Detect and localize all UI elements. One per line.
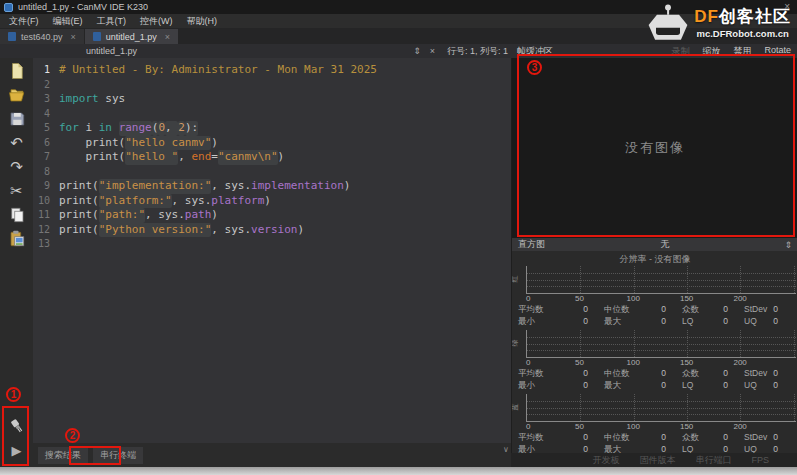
canmv-ide-window: untitled_1.py - CanMV IDE K230 × 文件(F)编辑…: [0, 0, 797, 475]
code-token: "platform:": [99, 194, 172, 209]
annotation-box-connect-run: [2, 406, 29, 466]
stat-StDev: StDev0: [744, 304, 794, 315]
menu-item-0[interactable]: 文件(F): [2, 15, 46, 28]
code-token: ): [211, 208, 218, 223]
histogram-channel-1: 绿050100150200平均数0中位数0众数0StDev0最小0最大0LQ0U…: [512, 328, 797, 392]
code-token: end: [191, 150, 211, 165]
status-bar: 开发板固件版本串行端口FPS: [511, 453, 797, 467]
histogram-mode-select[interactable]: 无: [545, 238, 784, 251]
stat-平均数: 平均数0: [518, 432, 604, 443]
stat-StDev: StDev0: [744, 368, 794, 379]
x-tick-label: 150: [680, 358, 693, 367]
stat-LQ: LQ0: [682, 380, 744, 391]
code-token: ):: [185, 121, 198, 136]
x-tick-label: 200: [733, 358, 746, 367]
document-close-icon[interactable]: ×: [430, 46, 435, 56]
code-token: "path:": [99, 208, 145, 223]
stat-UQ: UQ0: [744, 380, 794, 391]
menu-item-1[interactable]: 编辑(E): [46, 15, 90, 28]
code-token: for: [59, 121, 79, 136]
stat-UQ: UQ0: [744, 444, 794, 453]
code-line: 13: [33, 237, 511, 252]
redo-button[interactable]: ↷: [5, 156, 29, 178]
window-title: untitled_1.py - CanMV IDE K230: [18, 2, 148, 12]
cursor-position-status: 行号: 1, 列号: 1: [447, 45, 508, 58]
code-token: ,: [165, 121, 178, 136]
menu-item-3[interactable]: 控件(W): [133, 15, 180, 28]
line-number: 5: [33, 121, 59, 136]
code-token: import: [59, 92, 99, 107]
new-file-button[interactable]: [5, 60, 29, 82]
brand-text: DF创客社区: [694, 6, 791, 28]
code-token: path: [185, 208, 212, 223]
stat-最大: 最大0: [604, 316, 682, 327]
code-token: , sys.: [211, 223, 251, 238]
code-token: "hello canmv": [125, 136, 211, 151]
code-token: "Python version:": [99, 223, 212, 238]
tab-close-icon[interactable]: ×: [165, 32, 170, 42]
tab-close-icon[interactable]: ×: [71, 32, 76, 42]
code-token: , sys.: [211, 179, 251, 194]
code-token: , sys.: [172, 194, 212, 209]
open-file-button[interactable]: [5, 84, 29, 106]
code-editor[interactable]: 1# Untitled - By: Administrator - Mon Ma…: [33, 58, 511, 443]
stat-最小: 最小0: [518, 444, 604, 453]
line-number: 1: [33, 63, 59, 78]
file-tab-1[interactable]: untitled_1.py×: [85, 29, 178, 44]
code-token: ): [344, 179, 351, 194]
stat-平均数: 平均数0: [518, 304, 604, 315]
paste-icon: [8, 230, 26, 248]
dfrobot-watermark: DF创客社区 mc.DFRobot.com.cn: [644, 0, 791, 50]
stat-中位数: 中位数0: [604, 304, 682, 315]
annotation-marker-3: 3: [527, 60, 542, 75]
stat-最大: 最大0: [604, 444, 682, 453]
line-number: 7: [33, 150, 59, 165]
code-token: implementation: [251, 179, 344, 194]
x-tick-label: 200: [733, 294, 746, 303]
cut-button[interactable]: ✂: [5, 180, 29, 202]
x-tick-label: 0: [526, 294, 530, 303]
code-token: version: [251, 223, 297, 238]
x-tick-label: 150: [680, 294, 693, 303]
open-file-icon: [8, 86, 26, 104]
file-tab-label: test640.py: [21, 32, 63, 42]
menu-item-4[interactable]: 帮助(H): [180, 15, 225, 28]
file-tab-label: untitled_1.py: [106, 32, 157, 42]
code-line: 1# Untitled - By: Administrator - Mon Ma…: [33, 63, 511, 78]
histogram-plot: [526, 394, 796, 422]
annotation-box-framebuffer: [517, 54, 795, 237]
copy-button[interactable]: [5, 204, 29, 226]
stat-众数: 众数0: [682, 368, 744, 379]
file-tab-0[interactable]: test640.py×: [0, 29, 84, 44]
histogram-channels: 红050100150200平均数0中位数0众数0StDev0最小0最大0LQ0U…: [512, 264, 797, 453]
new-file-icon: [8, 62, 26, 80]
code-token: "hello ": [125, 150, 178, 165]
bottom-edge-strip: [0, 467, 797, 475]
line-number: 8: [33, 165, 59, 180]
annotation-marker-2: 2: [65, 428, 80, 443]
code-line: 6 print("hello canmv"): [33, 136, 511, 151]
code-line: 4: [33, 107, 511, 122]
document-bar: untitled_1.py ⇕ × 行号: 1, 列号: 1: [0, 44, 511, 58]
undo-button[interactable]: ↶: [5, 132, 29, 154]
annotation-marker-1: 1: [6, 387, 21, 402]
chevron-down-icon[interactable]: ∨: [503, 445, 509, 454]
channel-label: 蓝: [512, 404, 520, 411]
code-token: platform: [211, 194, 264, 209]
code-token: ,: [178, 150, 191, 165]
line-number: 3: [33, 92, 59, 107]
code-token: =: [211, 150, 218, 165]
histogram-mode-spinner-icon[interactable]: ⇕: [784, 240, 792, 250]
code-token: print(: [59, 223, 99, 238]
line-number: 11: [33, 208, 59, 223]
stat-平均数: 平均数0: [518, 368, 604, 379]
line-number: 4: [33, 107, 59, 122]
split-editor-icon[interactable]: ⇕: [413, 46, 421, 56]
paste-button[interactable]: [5, 228, 29, 250]
stat-最大: 最大0: [604, 380, 682, 391]
code-token: [112, 121, 119, 136]
line-number: 2: [33, 78, 59, 93]
save-file-button[interactable]: [5, 108, 29, 130]
menu-item-2[interactable]: 工具(T): [90, 15, 134, 28]
code-token: ): [264, 194, 271, 209]
